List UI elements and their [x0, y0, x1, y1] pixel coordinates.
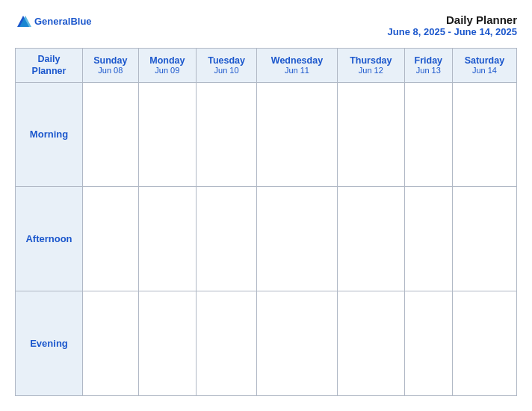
morning-label: Morning — [16, 82, 83, 187]
col-wednesday: Wednesday Jun 11 — [257, 49, 338, 83]
header-label-cell: DailyPlanner — [16, 49, 83, 83]
evening-label: Evening — [16, 291, 83, 396]
title-block: Daily Planner June 8, 2025 - June 14, 20… — [388, 13, 517, 37]
morning-sunday[interactable] — [83, 82, 139, 187]
afternoon-saturday[interactable] — [452, 187, 516, 291]
afternoon-tuesday[interactable] — [197, 187, 257, 291]
morning-thursday[interactable] — [337, 82, 404, 187]
logo: GeneralBlue — [15, 13, 92, 30]
afternoon-sunday[interactable] — [83, 187, 139, 291]
table-header-row: DailyPlanner Sunday Jun 08 Monday Jun 09… — [16, 49, 517, 83]
planner-table: DailyPlanner Sunday Jun 08 Monday Jun 09… — [15, 48, 517, 396]
col-saturday: Saturday Jun 14 — [452, 49, 516, 83]
morning-wednesday[interactable] — [257, 82, 338, 187]
row-afternoon: Afternoon — [16, 187, 517, 291]
morning-monday[interactable] — [138, 82, 196, 187]
date-range: June 8, 2025 - June 14, 2025 — [388, 26, 517, 37]
page-header: GeneralBlue Daily Planner June 8, 2025 -… — [15, 13, 517, 37]
afternoon-label: Afternoon — [16, 187, 83, 291]
morning-tuesday[interactable] — [197, 82, 257, 187]
evening-saturday[interactable] — [452, 291, 516, 396]
afternoon-friday[interactable] — [404, 187, 452, 291]
evening-wednesday[interactable] — [257, 291, 338, 396]
col-monday: Monday Jun 09 — [138, 49, 196, 83]
evening-tuesday[interactable] — [197, 291, 257, 396]
logo-text: GeneralBlue — [34, 16, 92, 28]
evening-friday[interactable] — [404, 291, 452, 396]
col-thursday: Thursday Jun 12 — [337, 49, 404, 83]
evening-monday[interactable] — [138, 291, 196, 396]
logo-icon — [15, 13, 31, 30]
morning-friday[interactable] — [404, 82, 452, 187]
evening-thursday[interactable] — [337, 291, 404, 396]
col-tuesday: Tuesday Jun 10 — [197, 49, 257, 83]
evening-sunday[interactable] — [83, 291, 139, 396]
col-sunday: Sunday Jun 08 — [83, 49, 139, 83]
morning-saturday[interactable] — [452, 82, 516, 187]
planner-title: Daily Planner — [388, 13, 517, 26]
afternoon-monday[interactable] — [138, 187, 196, 291]
header-day-planner-label: DailyPlanner — [19, 53, 79, 78]
afternoon-wednesday[interactable] — [257, 187, 338, 291]
afternoon-thursday[interactable] — [337, 187, 404, 291]
row-morning: Morning — [16, 82, 517, 187]
row-evening: Evening — [16, 291, 517, 396]
col-friday: Friday Jun 13 — [404, 49, 452, 83]
